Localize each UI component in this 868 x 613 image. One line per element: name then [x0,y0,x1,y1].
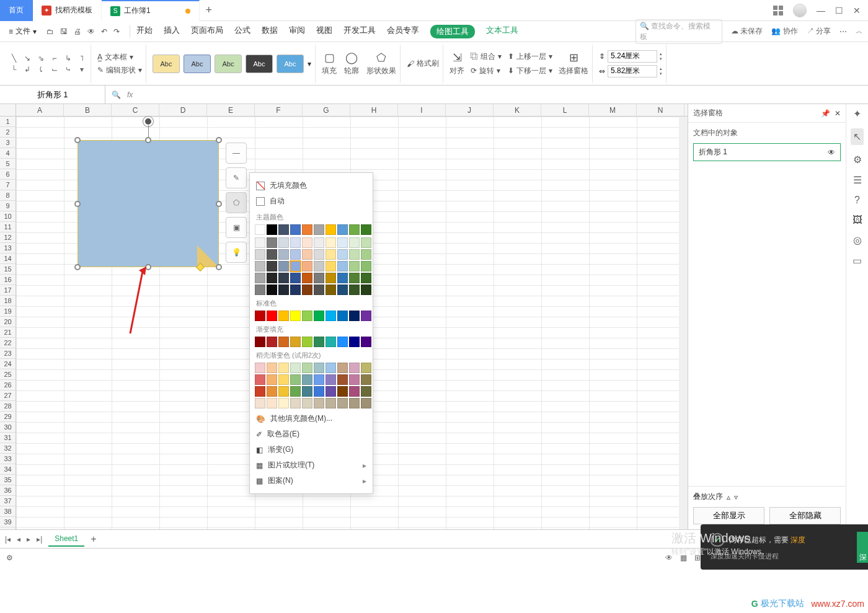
color-swatch[interactable] [314,249,324,260]
col-header[interactable]: I [398,104,446,116]
row-header[interactable]: 18 [0,296,16,306]
row-header[interactable]: 29 [0,412,16,422]
vertical-scrollbar[interactable] [679,117,688,529]
color-swatch[interactable] [361,224,371,235]
col-header[interactable]: G [303,104,350,116]
color-swatch[interactable] [290,261,301,271]
color-swatch[interactable] [326,284,336,295]
tab-text-tools[interactable]: 文本工具 [486,25,518,38]
more-colors-option[interactable]: 🎨其他填充颜色(M)... [255,411,368,426]
row-header[interactable]: 23 [0,348,16,359]
color-swatch[interactable] [267,337,277,347]
more-icon[interactable]: ⋯ [839,27,847,36]
color-swatch[interactable] [290,337,301,347]
row-header[interactable]: 9 [0,201,16,211]
color-swatch[interactable] [314,386,324,397]
select-all-corner[interactable] [0,104,16,117]
sheet-nav-first[interactable]: |◂ [5,535,11,544]
group-button[interactable]: ⿻组合 ▾ [471,51,502,62]
color-swatch[interactable] [314,261,324,271]
color-swatch[interactable] [302,337,312,347]
row-header[interactable]: 26 [0,380,16,390]
row-header[interactable]: 32 [0,443,16,454]
row-header[interactable]: 21 [0,327,16,338]
color-swatch[interactable] [255,363,265,373]
col-header[interactable]: L [541,104,589,116]
color-swatch[interactable] [278,363,289,373]
row-header[interactable]: 15 [0,264,16,275]
sheet-area[interactable]: ABCDEFGHIJKLMNO 123456789101112131415161… [0,104,688,529]
add-sheet-button[interactable]: + [91,534,96,545]
tab-formula[interactable]: 公式 [234,25,250,38]
row-header[interactable]: 24 [0,359,16,369]
row-header[interactable]: 25 [0,369,16,380]
rotate-button[interactable]: ⟳旋转 ▾ [471,66,502,76]
color-swatch[interactable] [361,284,371,295]
color-swatch[interactable] [255,311,265,321]
no-fill-option[interactable]: 无填充颜色 [255,178,368,193]
row-header[interactable]: 4 [0,148,16,159]
align-button[interactable]: ⇲对齐 [450,51,464,76]
tab-view[interactable]: 视图 [316,25,332,38]
preset-3[interactable]: Abc [215,55,242,73]
color-swatch[interactable] [349,249,360,260]
color-swatch[interactable] [349,374,360,385]
tab-start[interactable]: 开始 [136,25,153,38]
color-swatch[interactable] [326,224,336,235]
color-swatch[interactable] [337,363,348,373]
object-list-item[interactable]: 折角形 1 👁 [693,143,841,161]
color-swatch[interactable] [267,237,277,248]
color-swatch[interactable] [349,273,360,283]
zoom-namebox-icon[interactable]: 🔍 [112,90,121,99]
color-swatch[interactable] [361,237,371,248]
maximize-button[interactable]: ☐ [835,6,843,15]
color-swatch[interactable] [302,386,312,397]
color-swatch[interactable] [290,237,301,248]
color-swatch[interactable] [361,374,371,385]
color-swatch[interactable] [255,249,265,260]
color-swatch[interactable] [302,273,312,283]
row-header[interactable]: 40 [0,527,16,529]
col-header[interactable]: K [494,104,541,116]
color-swatch[interactable] [302,284,312,295]
color-swatch[interactable] [255,386,265,397]
apps-icon[interactable] [773,6,783,15]
color-swatch[interactable] [302,249,312,260]
view-normal-icon[interactable]: ▦ [680,553,687,562]
gradient-option[interactable]: ◧渐变(G) [255,442,368,457]
color-swatch[interactable] [337,224,348,235]
col-header[interactable]: M [589,104,637,116]
color-swatch[interactable] [278,273,289,283]
row-header[interactable]: 17 [0,285,16,296]
color-swatch[interactable] [278,284,289,295]
shapes-gallery[interactable]: ╲↘⇘⌐↳˥ └↲⤹⌙⤷▾ [5,45,91,83]
sheet-tab-1[interactable]: Sheet1 [48,532,84,547]
color-swatch[interactable] [314,337,324,347]
qat-undo-icon[interactable]: ↶ [101,27,107,36]
color-swatch[interactable] [255,224,265,235]
row-header[interactable]: 37 [0,496,16,506]
color-swatch[interactable] [302,311,312,321]
color-swatch[interactable] [337,273,348,283]
color-swatch[interactable] [361,261,371,271]
color-swatch[interactable] [290,363,301,373]
color-swatch[interactable] [314,398,324,408]
name-box-input[interactable] [0,90,105,99]
tab-member[interactable]: 会员专享 [387,25,419,38]
color-swatch[interactable] [302,398,312,408]
color-swatch[interactable] [361,363,371,373]
new-tab-button[interactable]: + [200,4,218,17]
tab-review[interactable]: 审阅 [289,25,305,38]
taskpane-close-icon[interactable]: ✕ [835,109,841,118]
row-header[interactable]: 16 [0,275,16,285]
col-header[interactable]: N [637,104,684,116]
qat-print-icon[interactable]: 🖨 [74,27,81,36]
row-header[interactable]: 20 [0,317,16,327]
float-shadow[interactable]: ▣ [226,217,247,238]
pattern-option[interactable]: ▩图案(N)▸ [255,473,368,488]
bring-forward-button[interactable]: ⬆上移一层 ▾ [508,51,552,62]
effect-button[interactable]: ⬠形状效果 [366,51,396,76]
folded-corner-shape[interactable] [78,140,219,267]
color-swatch[interactable] [290,284,301,295]
row-header[interactable]: 35 [0,475,16,485]
